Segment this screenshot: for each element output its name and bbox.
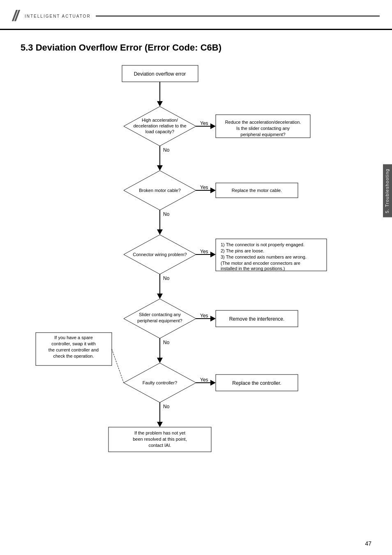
svg-marker-62 (210, 380, 216, 386)
svg-text:Faulty controller?: Faulty controller? (143, 380, 177, 385)
svg-marker-3 (157, 101, 163, 106)
page-title: 5.3 Deviation Overflow Error (Error Code… (0, 30, 392, 61)
svg-text:Yes: Yes (200, 120, 208, 126)
svg-text:Broken motor cable?: Broken motor cable? (139, 188, 181, 193)
flowchart: Deviation overflow error High accelerati… (28, 61, 364, 513)
svg-text:Replace the controller.: Replace the controller. (232, 380, 281, 386)
svg-text:check the operation.: check the operation. (53, 354, 94, 358)
svg-text:If you have a spare: If you have a spare (54, 335, 93, 340)
logo-text: Intelligent Actuator (25, 14, 91, 18)
svg-text:Remove the interference.: Remove the interference. (229, 316, 285, 322)
svg-marker-17 (157, 165, 163, 171)
svg-text:installed in the wrong positio: installed in the wrong positions.) (221, 266, 285, 271)
logo-slashes: // (12, 7, 17, 24)
svg-marker-67 (157, 422, 163, 427)
svg-marker-57 (157, 358, 163, 363)
logo: // (12, 7, 17, 25)
svg-text:peripheral equipment?: peripheral equipment? (240, 132, 285, 137)
svg-marker-27 (157, 229, 163, 235)
svg-text:Yes: Yes (200, 313, 208, 319)
page-number: 47 (365, 540, 371, 547)
svg-text:No: No (163, 340, 170, 345)
svg-text:Yes: Yes (200, 377, 208, 383)
svg-marker-10 (210, 123, 216, 129)
svg-text:Is the slider contacting any: Is the slider contacting any (236, 126, 290, 131)
svg-text:Deviation overflow error: Deviation overflow error (134, 71, 186, 77)
svg-text:2)  The pins are loose.: 2) The pins are loose. (221, 248, 264, 253)
svg-line-72 (112, 349, 124, 383)
svg-text:3)  The connected axis numbers: 3) The connected axis numbers are wrong. (221, 254, 307, 259)
svg-text:No: No (163, 147, 170, 153)
svg-text:No: No (163, 275, 170, 281)
svg-marker-32 (210, 252, 216, 257)
svg-marker-22 (210, 187, 216, 193)
svg-text:Replace the motor cable.: Replace the motor cable. (232, 188, 282, 193)
svg-text:controller, swap it with: controller, swap it with (51, 341, 96, 346)
svg-text:the current controller and: the current controller and (48, 347, 99, 352)
flowchart-svg: Deviation overflow error High accelerati… (28, 61, 364, 513)
svg-text:(The motor and encoder connect: (The motor and encoder connectors are (221, 261, 300, 266)
svg-marker-41 (157, 294, 163, 299)
svg-text:deceleration relative to the: deceleration relative to the (133, 123, 186, 128)
svg-text:Connector wiring problem?: Connector wiring problem? (133, 252, 187, 257)
svg-text:Slider contacting any: Slider contacting any (139, 312, 181, 317)
svg-text:been resolved at this point,: been resolved at this point, (133, 437, 187, 442)
svg-text:peripheral equipment?: peripheral equipment? (137, 318, 182, 323)
svg-text:Reduce the acceleration/decele: Reduce the acceleration/deceleration. (225, 120, 301, 125)
svg-text:contact IAI.: contact IAI. (148, 443, 171, 448)
svg-text:Yes: Yes (200, 185, 208, 190)
svg-text:If the problem has not yet: If the problem has not yet (134, 430, 185, 435)
svg-marker-47 (210, 316, 216, 321)
svg-text:Yes: Yes (200, 249, 208, 254)
svg-text:No: No (163, 404, 170, 409)
svg-text:load capacity?: load capacity? (145, 129, 174, 134)
content-area: Deviation overflow error High accelerati… (0, 61, 392, 513)
svg-text:1)  The connector is not prope: 1) The connector is not properly engaged… (221, 242, 304, 247)
svg-text:High acceleration/: High acceleration/ (142, 118, 178, 123)
page-header: // Intelligent Actuator (0, 0, 392, 30)
svg-text:No: No (163, 211, 170, 217)
header-line (96, 16, 380, 16)
side-tab: 5. Troubleshooting (383, 164, 392, 217)
